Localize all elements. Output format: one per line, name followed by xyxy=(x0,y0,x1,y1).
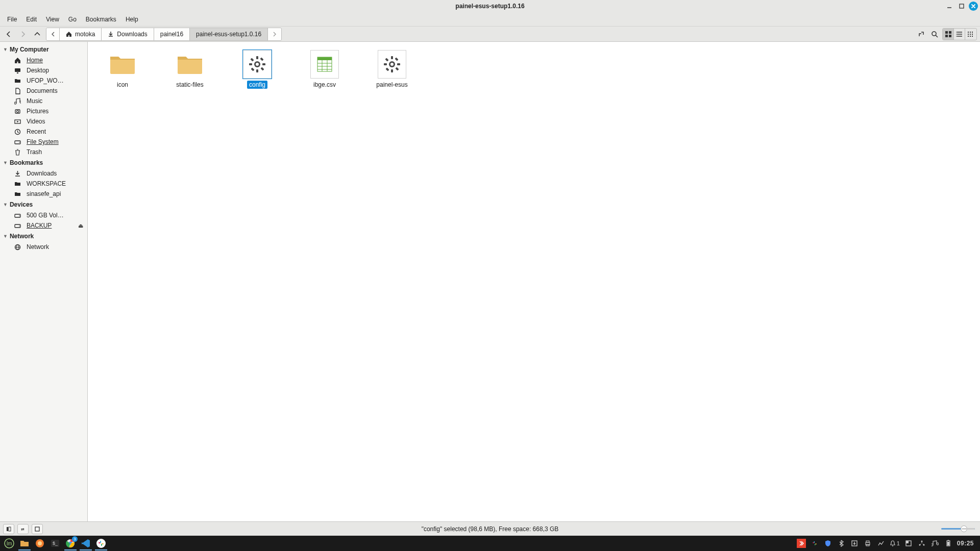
svg-rect-77 xyxy=(814,541,815,543)
compact-view-button[interactable] xyxy=(965,29,976,40)
breadcrumb-prev[interactable] xyxy=(46,28,60,40)
file-item-config[interactable]: config xyxy=(232,48,283,91)
menu-go[interactable]: Go xyxy=(64,14,81,25)
task-firefox[interactable] xyxy=(33,536,47,550)
tray-slack-icon[interactable] xyxy=(810,539,819,548)
start-menu-button[interactable]: lm xyxy=(2,536,16,550)
tray-notifications-icon[interactable]: 1 xyxy=(890,539,900,548)
sidebar-header-bookmarks[interactable]: ▼Bookmarks xyxy=(0,157,87,168)
file-label: painel-esus xyxy=(374,81,409,89)
svg-text:⇄: ⇄ xyxy=(21,527,24,532)
statusbar-controls: ⇄ xyxy=(3,524,43,534)
back-button[interactable] xyxy=(3,29,14,40)
sidebar-item-recent[interactable]: Recent xyxy=(0,127,87,137)
search-button[interactable] xyxy=(929,29,940,40)
sidebar-item-downloads[interactable]: Downloads xyxy=(0,168,87,179)
sidebar-item-network[interactable]: Network xyxy=(0,242,87,252)
music-icon xyxy=(14,98,22,105)
zoom-thumb[interactable] xyxy=(961,525,967,532)
sidebar-header-devices[interactable]: ▼Devices xyxy=(0,199,87,210)
breadcrumb-next[interactable] xyxy=(268,28,281,40)
sidebar-header-mycomputer[interactable]: ▼My Computer xyxy=(0,44,87,55)
task-terminal[interactable]: $_ xyxy=(48,536,62,550)
file-item-ibge-csv[interactable]: ibge.csv xyxy=(299,48,350,91)
tray-sound-icon[interactable] xyxy=(930,539,940,548)
tray-printer-icon[interactable] xyxy=(863,539,872,548)
svg-point-6 xyxy=(956,32,957,33)
svg-point-86 xyxy=(921,541,922,542)
minimize-button[interactable] xyxy=(944,1,954,11)
disk-icon xyxy=(14,222,22,229)
sidebar-item-backup[interactable]: BACKUP⏏ xyxy=(0,220,87,231)
show-tree-button[interactable]: ⇄ xyxy=(17,524,29,534)
sidebar-item-ufop[interactable]: UFOP_WO… xyxy=(0,76,87,86)
crumb-current[interactable]: painel-esus-setup1.0.16 xyxy=(190,28,268,40)
file-item-painel-esus[interactable]: painel-esus xyxy=(366,48,418,91)
svg-rect-39 xyxy=(251,67,254,71)
forward-button[interactable] xyxy=(17,29,29,40)
sidebar-item-workspace[interactable]: WORKSPACE xyxy=(0,179,87,189)
crumb-downloads[interactable]: Downloads xyxy=(102,28,154,40)
svg-rect-52 xyxy=(397,63,400,65)
crumb-painel16[interactable]: painel16 xyxy=(154,28,190,40)
sidebar-item-500gb[interactable]: 500 GB Vol… xyxy=(0,210,87,220)
menubar: File Edit View Go Bookmarks Help xyxy=(0,12,980,27)
sidebar-item-sinasefe[interactable]: sinasefe_api xyxy=(0,189,87,199)
show-places-button[interactable] xyxy=(3,524,14,534)
menu-help[interactable]: Help xyxy=(121,14,142,25)
document-icon xyxy=(14,88,22,94)
sidebar-item-filesystem[interactable]: File System xyxy=(0,137,87,147)
tray-battery-icon[interactable] xyxy=(944,539,953,548)
task-slack[interactable] xyxy=(94,536,108,550)
sidebar-item-home[interactable]: Home xyxy=(0,55,87,65)
sidebar-item-pictures[interactable]: Pictures xyxy=(0,106,87,116)
maximize-button[interactable] xyxy=(957,1,967,11)
sidebar-item-trash[interactable]: Trash xyxy=(0,147,87,157)
tray-bluetooth-icon[interactable] xyxy=(837,539,846,548)
menu-edit[interactable]: Edit xyxy=(22,14,41,25)
svg-rect-3 xyxy=(949,31,951,34)
notification-count: 1 xyxy=(897,540,900,546)
window-title: painel-esus-setup1.0.16 xyxy=(455,3,524,10)
tray-workspace-icon[interactable] xyxy=(904,539,913,548)
tray-shield-icon[interactable] xyxy=(823,539,832,548)
svg-rect-0 xyxy=(960,4,964,8)
task-vscode[interactable] xyxy=(79,536,93,550)
sidebar-item-documents[interactable]: Documents xyxy=(0,86,87,96)
toggle-location-button[interactable] xyxy=(916,29,927,40)
menu-view[interactable]: View xyxy=(42,14,63,25)
sidebar-item-videos[interactable]: Videos xyxy=(0,116,87,127)
tray-update-icon[interactable] xyxy=(850,539,859,548)
task-files[interactable] xyxy=(17,536,32,550)
sidebar-item-desktop[interactable]: Desktop xyxy=(0,65,87,76)
close-button[interactable] xyxy=(969,2,978,11)
toolbar-right xyxy=(916,28,977,40)
file-view[interactable]: icon static-files config ibge.csv xyxy=(88,42,980,521)
tray-redshift-icon[interactable] xyxy=(876,539,886,548)
file-item-static-files[interactable]: static-files xyxy=(164,48,215,91)
close-sidepane-button[interactable] xyxy=(32,524,43,534)
svg-rect-14 xyxy=(972,34,973,35)
sidebar-item-music[interactable]: Music xyxy=(0,96,87,106)
tray-anydesk-icon[interactable] xyxy=(797,539,806,548)
icon-view-button[interactable] xyxy=(943,29,954,40)
taskbar: lm $_ 3 1 09:25 xyxy=(0,536,980,551)
file-item-icon[interactable]: icon xyxy=(97,48,148,91)
menu-bookmarks[interactable]: Bookmarks xyxy=(82,14,120,25)
crumb-motoka[interactable]: motoka xyxy=(60,28,102,40)
tray-network-icon[interactable] xyxy=(917,539,926,548)
svg-rect-2 xyxy=(945,31,948,34)
up-button[interactable] xyxy=(32,29,43,40)
svg-rect-18 xyxy=(15,68,20,72)
zoom-slider[interactable] xyxy=(941,528,975,530)
executable-icon xyxy=(378,50,406,79)
list-view-button[interactable] xyxy=(954,29,965,40)
menu-file[interactable]: File xyxy=(3,14,21,25)
file-label: icon xyxy=(115,81,130,89)
sidebar-header-network[interactable]: ▼Network xyxy=(0,231,87,242)
task-chrome[interactable]: 3 xyxy=(63,536,78,550)
sidebar-item-label: WORKSPACE xyxy=(27,180,66,187)
clock[interactable]: 09:25 xyxy=(957,540,974,547)
eject-icon[interactable]: ⏏ xyxy=(78,222,83,229)
svg-rect-9 xyxy=(968,32,969,33)
